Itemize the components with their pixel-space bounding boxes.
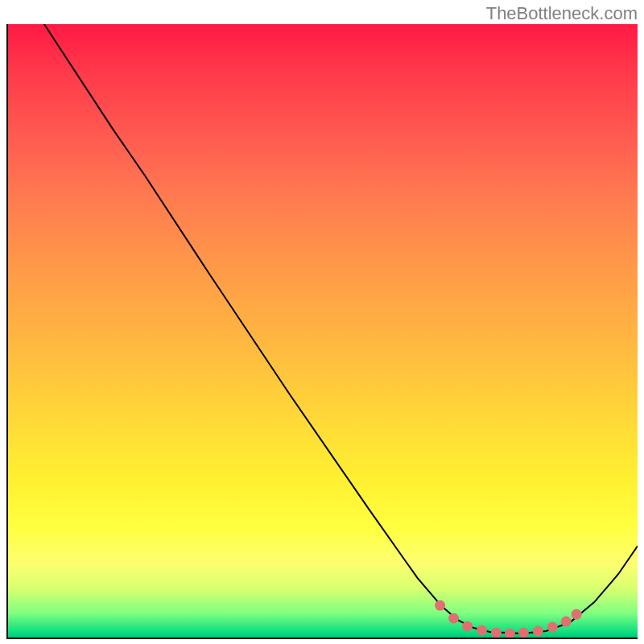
highlight-dot bbox=[462, 621, 473, 632]
highlight-dot bbox=[435, 601, 445, 611]
chart-svg bbox=[8, 24, 638, 638]
highlight-dot bbox=[477, 625, 487, 636]
attribution-label: TheBottleneck.com bbox=[486, 3, 638, 24]
bottleneck-curve bbox=[44, 24, 638, 634]
highlight-dots-group bbox=[435, 601, 582, 638]
plot-area bbox=[6, 24, 638, 639]
highlight-dot bbox=[572, 609, 582, 620]
highlight-dot bbox=[505, 629, 515, 638]
highlight-dot bbox=[448, 613, 459, 624]
highlight-dot bbox=[518, 628, 529, 638]
highlight-dot bbox=[533, 626, 543, 637]
highlight-dot bbox=[561, 617, 572, 627]
highlight-dot bbox=[491, 628, 502, 638]
highlight-dot bbox=[547, 622, 558, 633]
